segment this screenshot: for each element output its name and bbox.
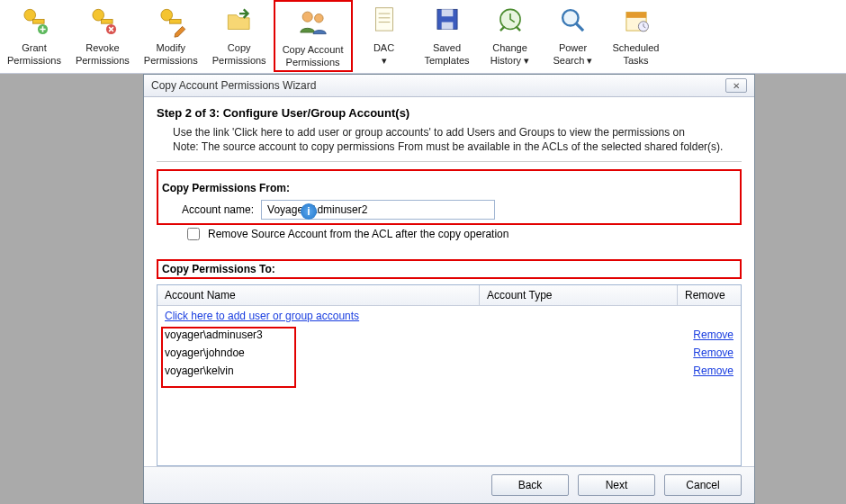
step-heading: Step 2 of 3: Configure User/Group Accoun… [157, 106, 742, 120]
ribbon-dac[interactable]: DAC▾ [353, 0, 416, 72]
copy-account-permissions-wizard: Copy Account Permissions Wizard ✕ Step 2… [143, 74, 755, 504]
add-accounts-link[interactable]: Click here to add user or group accounts [158, 306, 741, 326]
table-row: voyager\johndoeRemove [158, 344, 741, 362]
table-body: Click here to add user or group accounts… [158, 306, 741, 465]
next-button[interactable]: Next [578, 474, 655, 496]
ribbon-copy-account[interactable]: Copy AccountPermissions [274, 0, 353, 72]
wizard-title-text: Copy Account Permissions Wizard [151, 79, 316, 92]
cancel-button[interactable]: Cancel [664, 474, 742, 496]
copy-to-label: Copy Permissions To: [157, 259, 742, 279]
ribbon-modify[interactable]: ModifyPermissions [137, 0, 205, 72]
ribbon-toolbar: GrantPermissionsRevokePermissionsModifyP… [0, 0, 846, 74]
table-row: voyager\kelvinRemove [158, 362, 741, 380]
svg-rect-7 [169, 19, 181, 23]
svg-rect-12 [441, 9, 453, 16]
ribbon-power[interactable]: PowerSearch ▾ [542, 0, 605, 72]
wizard-titlebar: Copy Account Permissions Wizard ✕ [144, 75, 754, 97]
remove-link[interactable]: Remove [693, 328, 734, 341]
step-desc-line1: Use the link 'Click here to add user or … [173, 125, 742, 140]
svg-rect-4 [101, 19, 112, 23]
ribbon-revoke[interactable]: RevokePermissions [68, 0, 137, 72]
svg-rect-10 [375, 8, 392, 31]
svg-rect-13 [441, 22, 453, 30]
remove-source-checkbox[interactable] [187, 228, 200, 240]
back-button[interactable]: Back [491, 474, 569, 496]
col-account-name: Account Name [158, 285, 480, 305]
remove-link[interactable]: Remove [693, 364, 734, 377]
wizard-body: Step 2 of 3: Configure User/Group Accoun… [144, 97, 754, 466]
step-desc-line2: Note: The source account to copy permiss… [173, 140, 742, 154]
row-account-name: voyager\johndoe [165, 346, 480, 359]
ribbon-copy[interactable]: CopyPermissions [205, 0, 274, 72]
table-row: voyager\adminuser3Remove [158, 326, 741, 344]
info-icon[interactable]: i [301, 203, 317, 220]
copy-from-label: Copy Permissions From: [162, 182, 292, 194]
svg-point-8 [302, 12, 312, 22]
accounts-table: Account Name Account Type Remove Click h… [157, 284, 742, 466]
ribbon-scheduled[interactable]: ScheduledTasks [605, 0, 668, 72]
wizard-footer: Back Next Cancel [144, 466, 754, 503]
close-button[interactable]: ✕ [725, 78, 747, 93]
ribbon-change[interactable]: ChangeHistory ▾ [479, 0, 542, 72]
remove-link[interactable]: Remove [693, 346, 734, 359]
svg-rect-1 [32, 19, 44, 23]
row-account-name: voyager\adminuser3 [165, 328, 480, 341]
col-remove: Remove [678, 285, 741, 305]
row-account-name: voyager\kelvin [165, 364, 480, 377]
account-name-label: Account name: [182, 203, 254, 216]
svg-point-9 [314, 14, 323, 23]
ribbon-grant[interactable]: GrantPermissions [0, 0, 68, 72]
table-header: Account Name Account Type Remove [158, 285, 741, 306]
svg-rect-17 [626, 13, 645, 18]
remove-source-label: Remove Source Account from the ACL after… [208, 228, 508, 240]
col-account-type: Account Type [480, 285, 678, 305]
svg-point-15 [562, 10, 578, 25]
ribbon-saved[interactable]: SavedTemplates [416, 0, 479, 72]
step-description: Use the link 'Click here to add user or … [157, 125, 742, 162]
